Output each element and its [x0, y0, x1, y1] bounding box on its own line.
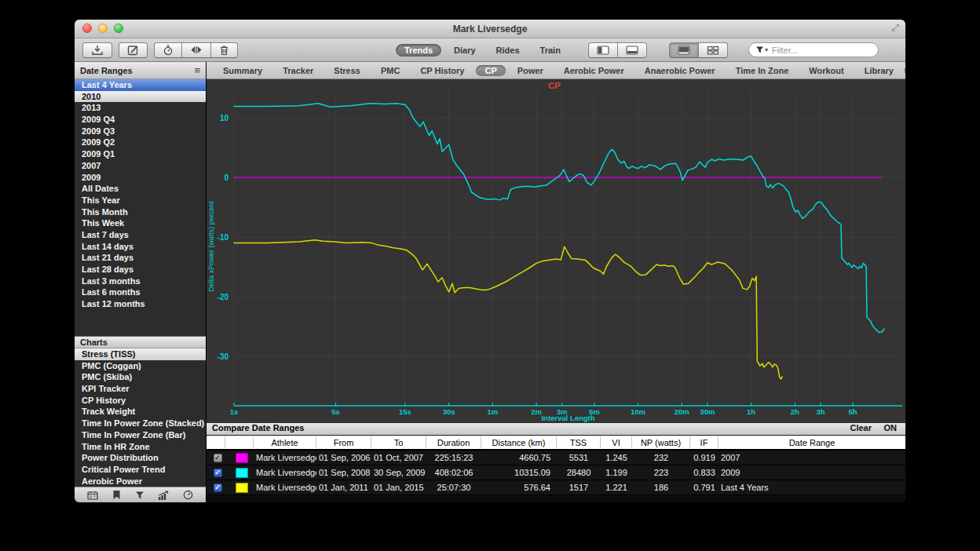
- tabbar-menu-icon[interactable]: ≡: [904, 67, 905, 75]
- chart-item-stress-tiss[interactable]: Stress (TISS): [75, 348, 206, 360]
- view-switcher: TrendsDiaryRidesTrain: [393, 44, 571, 57]
- chart-item-power-distribution[interactable]: Power Distribution: [75, 452, 206, 464]
- daterange-2009-q2[interactable]: 2009 Q2: [75, 137, 206, 148]
- tab-anaerobic-power[interactable]: Anaerobic Power: [634, 64, 726, 77]
- daterange-all-dates[interactable]: All Dates: [75, 183, 206, 195]
- cell-to: 30 Sep, 2009: [371, 465, 426, 480]
- daterange-this-year[interactable]: This Year: [75, 195, 206, 206]
- daterange-last-4-years[interactable]: Last 4 Years: [75, 79, 206, 91]
- cell-tss: 1517: [557, 480, 601, 494]
- tab-cp-history[interactable]: CP History: [410, 64, 474, 77]
- on-toggle[interactable]: ON: [884, 423, 898, 432]
- minimize-button[interactable]: [98, 24, 108, 33]
- daterange-last-12-months[interactable]: Last 12 months: [75, 298, 206, 310]
- daterange-last-6-months[interactable]: Last 6 months: [75, 286, 206, 298]
- daterange-last-21-days[interactable]: Last 21 days: [75, 252, 206, 264]
- chart-tabbar-tabs: SummaryTrackerStressPMCCP HistoryCPPower…: [213, 64, 904, 77]
- chart-item-aerobic-power[interactable]: Aerobic Power: [75, 476, 206, 487]
- import-button[interactable]: [82, 42, 112, 58]
- sidebar-footer-toolbar: [75, 487, 206, 502]
- chart-item-critical-power-trend[interactable]: Critical Power Trend: [75, 464, 206, 476]
- daterange-2010[interactable]: 2010: [75, 91, 206, 103]
- filter-input[interactable]: [770, 45, 872, 56]
- filter-field[interactable]: ▾: [748, 42, 879, 57]
- compose-button[interactable]: [119, 42, 148, 58]
- view-tab-trends[interactable]: Trends: [396, 44, 441, 57]
- lowbar-toggle-button[interactable]: [618, 42, 647, 58]
- tab-time-in-zone[interactable]: Time In Zone: [726, 64, 799, 77]
- cell-range: Last 4 Years: [719, 480, 905, 494]
- compare-row-checkbox[interactable]: ✓: [214, 469, 222, 477]
- chart-item-time-in-power-zone-stacked[interactable]: Time In Power Zone (Stacked): [75, 418, 206, 429]
- col-header-distance-km: Distance (km): [481, 436, 557, 448]
- daterange-last-7-days[interactable]: Last 7 days: [75, 229, 206, 241]
- sidebar-toggle-button[interactable]: [588, 42, 618, 58]
- tab-pmc[interactable]: PMC: [371, 64, 410, 77]
- col-header-vi: VI: [601, 436, 632, 448]
- cell-duration: 225:15:23: [426, 451, 481, 465]
- tab-workout[interactable]: Workout: [799, 64, 854, 77]
- daterange-this-month[interactable]: This Month: [75, 206, 206, 218]
- chart-item-time-in-power-zone-bar[interactable]: Time In Power Zone (Bar): [75, 429, 206, 441]
- timer-button[interactable]: [154, 42, 182, 58]
- daterange-last-14-days[interactable]: Last 14 days: [75, 241, 206, 253]
- calendar-icon[interactable]: [87, 491, 98, 500]
- delete-button[interactable]: [211, 42, 238, 58]
- chart-item-cp-history[interactable]: CP History: [75, 395, 206, 407]
- tab-tracker[interactable]: Tracker: [272, 64, 324, 77]
- tab-power[interactable]: Power: [507, 64, 554, 77]
- swatch-cell: [225, 465, 254, 480]
- desktop: { "window": { "title": "Mark Liversedge"…: [0, 0, 980, 551]
- compare-row-checkbox[interactable]: ✓: [214, 483, 222, 492]
- svg-text:0: 0: [224, 173, 229, 182]
- daterange-last-28-days[interactable]: Last 28 days: [75, 264, 206, 276]
- fullscreen-icon[interactable]: ⤢: [891, 22, 899, 33]
- date-ranges-menu-icon[interactable]: ≡: [194, 67, 200, 75]
- cell-duration: 25:07:30: [426, 480, 481, 494]
- funnel-caret-icon[interactable]: ▾: [765, 46, 768, 53]
- date-range-list: Last 4 Years201020132009 Q42009 Q32009 Q…: [75, 79, 206, 310]
- view-tab-rides[interactable]: Rides: [488, 44, 528, 57]
- tab-library[interactable]: Library: [854, 64, 904, 77]
- bar-chart-icon[interactable]: [158, 491, 169, 500]
- compare-row-checkbox[interactable]: ✓: [214, 454, 222, 462]
- tabbed-view-button[interactable]: [669, 42, 699, 58]
- chart-item-pmc-skiba[interactable]: PMC (Skiba): [75, 371, 206, 383]
- daterange-2009-q4[interactable]: 2009 Q4: [75, 114, 206, 126]
- daterange-2009-q3[interactable]: 2009 Q3: [75, 126, 206, 137]
- view-tab-train[interactable]: Train: [532, 44, 569, 57]
- tab-summary[interactable]: Summary: [213, 64, 272, 77]
- stopwatch-icon: [163, 45, 174, 56]
- close-button[interactable]: [82, 24, 92, 33]
- checkbox-cell: ✓: [207, 480, 225, 494]
- compare-row-2009: ✓Mark Liversedge01 Sep, 200830 Sep, 2009…: [207, 465, 905, 480]
- daterange-2009[interactable]: 2009: [75, 172, 206, 184]
- daterange-2013[interactable]: 2013: [75, 102, 206, 114]
- tab-cp[interactable]: CP: [476, 65, 505, 76]
- window-title: Mark Liversedge: [453, 24, 528, 35]
- daterange-last-3-months[interactable]: Last 3 months: [75, 276, 206, 287]
- tab-stress[interactable]: Stress: [324, 64, 371, 77]
- chart-item-time-in-hr-zone[interactable]: Time In HR Zone: [75, 441, 206, 453]
- chart-item-kpi-tracker[interactable]: KPI Tracker: [75, 383, 206, 395]
- view-tab-diary[interactable]: Diary: [446, 44, 484, 57]
- cp-chart[interactable]: 1s5s15s30s1m2m3m5m10m20m30m1h2h3h5h100-1…: [207, 79, 905, 420]
- zoom-button[interactable]: [114, 24, 123, 33]
- svg-text:2h: 2h: [791, 407, 799, 416]
- daterange-2009-q1[interactable]: 2009 Q1: [75, 148, 206, 160]
- daterange-2007[interactable]: 2007: [75, 160, 206, 172]
- gauge-icon[interactable]: [183, 490, 193, 500]
- tiled-view-icon: [707, 46, 719, 55]
- chart-item-track-weight[interactable]: Track Weight: [75, 406, 206, 418]
- svg-text:-10: -10: [218, 233, 229, 242]
- tiled-view-button[interactable]: [699, 42, 728, 58]
- title-bar[interactable]: Mark Liversedge ⤢: [75, 20, 905, 38]
- clear-button[interactable]: Clear: [850, 423, 872, 432]
- filter-funnel-icon[interactable]: [135, 491, 144, 500]
- daterange-this-week[interactable]: This Week: [75, 217, 206, 229]
- tab-aerobic-power[interactable]: Aerobic Power: [554, 64, 634, 77]
- split-button[interactable]: [182, 42, 211, 58]
- cell-vi: 1.221: [601, 480, 632, 494]
- chart-item-pmc-coggan[interactable]: PMC (Coggan): [75, 360, 206, 372]
- bookmark-icon[interactable]: [112, 490, 121, 500]
